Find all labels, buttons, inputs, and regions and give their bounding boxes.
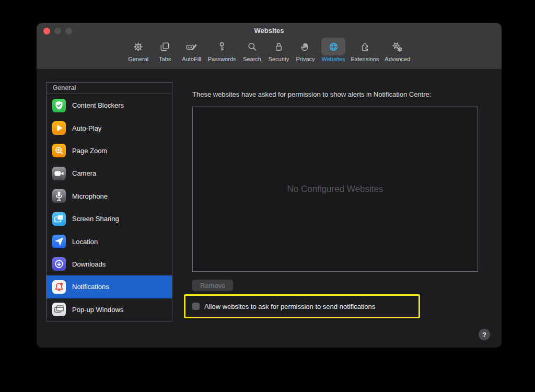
- help-button[interactable]: ?: [479, 329, 490, 340]
- screens-icon: [52, 212, 66, 226]
- sidebar-item-label: Microphone: [72, 192, 108, 200]
- sidebar-item-label: Location: [72, 238, 98, 246]
- bell-badge-icon: [52, 280, 66, 294]
- lock-icon: [267, 38, 291, 55]
- tab-label: Passwords: [206, 56, 238, 62]
- sidebar: General Content Blockers Auto-Play: [46, 82, 172, 321]
- shield-check-icon: [52, 99, 66, 112]
- tab-extensions[interactable]: Extensions: [350, 38, 381, 62]
- notifications-description: These websites have asked for permission…: [192, 90, 431, 98]
- sidebar-item-screen-sharing[interactable]: Screen Sharing: [46, 207, 172, 230]
- sidebar-item-location[interactable]: Location: [46, 230, 172, 252]
- sidebar-item-label: Downloads: [72, 260, 106, 268]
- remove-button[interactable]: Remove: [192, 280, 233, 291]
- traffic-lights: [43, 28, 72, 34]
- empty-list-placeholder: No Configured Websites: [287, 184, 383, 194]
- download-circle-icon: [52, 257, 66, 271]
- tab-label: AutoFill: [180, 56, 203, 62]
- tab-websites[interactable]: Websites: [320, 38, 347, 62]
- sidebar-item-page-zoom[interactable]: Page Zoom: [46, 140, 172, 162]
- tab-label: Security: [267, 56, 291, 62]
- allow-notifications-checkbox[interactable]: [192, 303, 200, 310]
- tab-label: Search: [241, 56, 263, 62]
- tab-label: Extensions: [350, 56, 381, 62]
- sidebar-item-camera[interactable]: Camera: [46, 162, 172, 185]
- tab-autofill[interactable]: AutoFill: [180, 38, 204, 62]
- globe-icon: [321, 38, 345, 55]
- tab-label: Websites: [320, 56, 347, 62]
- autofill-icon: [180, 38, 204, 55]
- sidebar-item-popup-windows[interactable]: Pop-up Windows: [46, 298, 172, 321]
- toolbar: Websites General: [37, 23, 502, 70]
- sidebar-item-microphone[interactable]: Microphone: [46, 185, 172, 207]
- preferences-content: General Content Blockers Auto-Play: [37, 70, 502, 348]
- sidebar-header: General: [46, 83, 172, 94]
- window-title: Websites: [37, 23, 502, 34]
- tab-label: General: [126, 56, 150, 62]
- sidebar-item-auto-play[interactable]: Auto-Play: [46, 117, 172, 139]
- tab-passwords[interactable]: Passwords: [206, 38, 238, 62]
- configured-websites-list[interactable]: No Configured Websites: [192, 107, 478, 272]
- tab-general[interactable]: General: [126, 38, 150, 62]
- toolbar-tabs: General Tabs: [37, 38, 502, 62]
- sidebar-item-label: Page Zoom: [72, 147, 107, 155]
- search-icon: [240, 38, 264, 55]
- popup-windows-icon: [52, 303, 66, 316]
- annotation-highlight-box: Allow websites to ask for permission to …: [184, 294, 420, 318]
- video-camera-icon: [52, 167, 66, 180]
- tab-search[interactable]: Search: [240, 38, 264, 62]
- play-icon: [52, 121, 66, 135]
- sidebar-item-label: Screen Sharing: [72, 215, 119, 223]
- tabs-icon: [153, 38, 177, 55]
- magnifier-plus-icon: [52, 144, 66, 157]
- minimize-window-button[interactable]: [54, 28, 61, 34]
- sidebar-item-label: Notifications: [72, 283, 109, 291]
- sidebar-item-label: Content Blockers: [72, 101, 124, 109]
- sidebar-item-label: Auto-Play: [72, 124, 101, 132]
- safari-preferences-window: Websites General: [37, 23, 502, 348]
- sidebar-item-label: Camera: [72, 169, 96, 177]
- sidebar-item-label: Pop-up Windows: [72, 306, 123, 314]
- microphone-icon: [52, 189, 66, 203]
- close-window-button[interactable]: [43, 28, 50, 34]
- zoom-window-button[interactable]: [65, 28, 72, 34]
- sidebar-item-downloads[interactable]: Downloads: [46, 253, 172, 275]
- gear-icon: [126, 38, 150, 55]
- gears-icon: [386, 38, 410, 55]
- tab-security[interactable]: Security: [267, 38, 291, 62]
- sidebar-item-content-blockers[interactable]: Content Blockers: [46, 94, 172, 117]
- tab-privacy[interactable]: Privacy: [294, 38, 318, 62]
- tab-label: Tabs: [157, 56, 172, 62]
- tab-tabs[interactable]: Tabs: [153, 38, 177, 62]
- tab-label: Privacy: [294, 56, 316, 62]
- tab-label: Advanced: [383, 56, 412, 62]
- allow-notifications-label: Allow websites to ask for permission to …: [204, 303, 375, 310]
- key-icon: [210, 38, 234, 55]
- location-arrow-icon: [52, 235, 66, 248]
- hand-icon: [294, 38, 318, 55]
- tab-advanced[interactable]: Advanced: [383, 38, 412, 62]
- sidebar-item-notifications[interactable]: Notifications: [46, 275, 172, 298]
- puzzle-icon: [353, 38, 377, 55]
